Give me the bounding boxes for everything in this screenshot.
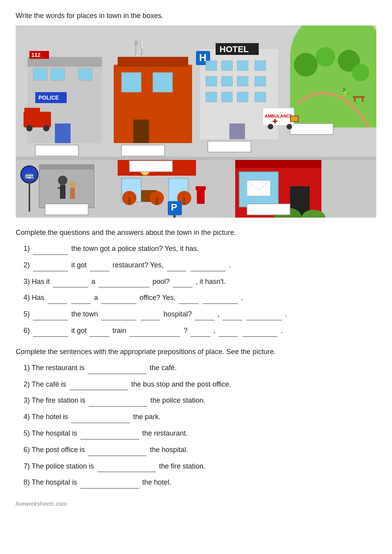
q5-text-3: , xyxy=(218,310,221,318)
svg-rect-63 xyxy=(29,180,30,212)
s8-num: 8) The hospital is xyxy=(24,478,79,486)
svg-rect-59 xyxy=(35,145,78,156)
sentence-4: 4) The hotel is the park. xyxy=(24,411,376,423)
q4-text-1: a xyxy=(94,294,100,302)
s3-blank[interactable] xyxy=(89,395,147,407)
s3-num: 3) The fire station is xyxy=(24,396,87,404)
q4-blank-3[interactable] xyxy=(101,292,136,304)
s4-num: 4) The hotel is xyxy=(24,413,70,421)
q6-blank-3[interactable] xyxy=(129,325,180,337)
q3-blank-2[interactable] xyxy=(98,276,149,288)
q6-blank-4[interactable] xyxy=(191,325,210,337)
sentence-6: 6) The post office is the hospital. xyxy=(24,444,376,456)
svg-rect-66 xyxy=(39,165,94,169)
q1-blank-1[interactable] xyxy=(33,243,68,255)
svg-rect-29 xyxy=(229,124,245,139)
svg-rect-27 xyxy=(237,92,248,102)
s1-blank[interactable] xyxy=(88,362,147,374)
question-item-1: 1) the town got a police station? Yes, i… xyxy=(24,243,376,255)
questions-list: 1) the town got a police station? Yes, i… xyxy=(16,243,376,337)
svg-rect-108 xyxy=(173,215,176,218)
s6-blank[interactable] xyxy=(88,444,147,456)
q5-text-1: the town xyxy=(71,310,100,318)
svg-rect-23 xyxy=(237,76,248,86)
sentence-3: 3) The fire station is the police statio… xyxy=(24,395,376,407)
q6-blank-1[interactable] xyxy=(33,325,68,337)
q4-text-3: . xyxy=(241,294,243,302)
s5-blank[interactable] xyxy=(80,428,139,440)
q5-blank-3[interactable] xyxy=(141,309,160,320)
q5-blank-5[interactable] xyxy=(223,309,242,320)
sentence-1: 1) The restaurant is the café. xyxy=(24,362,376,374)
s7-blank[interactable] xyxy=(97,461,156,472)
svg-rect-65 xyxy=(39,165,94,208)
sentence-7: 7) The police station is the fire statio… xyxy=(24,461,376,472)
svg-rect-91 xyxy=(235,160,321,168)
svg-rect-21 xyxy=(206,76,217,86)
q5-blank-2[interactable] xyxy=(101,309,136,320)
s1-num: 1) The restaurant is xyxy=(24,364,87,372)
svg-rect-19 xyxy=(237,61,248,71)
instruction-2: Complete the questions and the answers a… xyxy=(16,229,376,237)
q5-blank-1[interactable] xyxy=(33,309,68,320)
s1-after: the café. xyxy=(150,364,177,372)
svg-text:✚: ✚ xyxy=(272,118,278,125)
s2-num: 2) The café is xyxy=(24,380,68,388)
q6-text-2: train xyxy=(113,327,128,334)
q6-blank-5[interactable] xyxy=(218,325,238,337)
q1-num: 1) xyxy=(24,245,30,252)
q2-blank-2[interactable] xyxy=(90,260,109,271)
q3-text-3: , it hasn't. xyxy=(196,278,225,285)
q3-blank-3[interactable] xyxy=(173,276,192,288)
q6-blank-6[interactable] xyxy=(242,325,278,337)
q4-blank-4[interactable] xyxy=(179,292,198,304)
q4-blank-5[interactable] xyxy=(203,292,238,304)
q5-blank-6[interactable] xyxy=(247,309,282,320)
svg-rect-56 xyxy=(24,108,40,114)
q5-text-2: hospital? xyxy=(163,310,194,318)
s2-after: the bus stop and the post office. xyxy=(131,380,231,388)
q2-blank-1[interactable] xyxy=(33,260,68,271)
svg-rect-78 xyxy=(128,197,131,205)
q3-text-2: pool? xyxy=(152,278,172,285)
svg-text:🦜: 🦜 xyxy=(341,87,350,96)
svg-rect-93 xyxy=(247,180,270,196)
q5-blank-4[interactable] xyxy=(195,309,214,320)
q2-blank-4[interactable] xyxy=(191,260,226,271)
section-questions: Complete the questions and the answers a… xyxy=(16,229,376,337)
q4-blank-2[interactable] xyxy=(71,292,91,304)
svg-rect-68 xyxy=(60,185,65,199)
q4-text-2: office? Yes, xyxy=(140,294,178,302)
q4-blank-1[interactable] xyxy=(47,292,67,304)
svg-rect-8 xyxy=(354,98,356,102)
question-item-6: 6) it got train ? , . xyxy=(24,325,376,337)
q2-blank-3[interactable] xyxy=(167,260,186,271)
svg-rect-25 xyxy=(206,92,217,102)
question-item-5: 5) the town hospital? , . xyxy=(24,309,376,320)
q6-num: 6) xyxy=(24,327,30,334)
question-item-4: 4) Has a office? Yes, . xyxy=(24,292,376,304)
svg-rect-52 xyxy=(51,69,65,80)
svg-rect-39 xyxy=(118,57,188,67)
q6-text-3: ? xyxy=(183,327,189,334)
s8-blank[interactable] xyxy=(80,477,139,489)
svg-text:112: 112 xyxy=(31,52,41,58)
svg-rect-69 xyxy=(58,187,62,189)
s2-blank[interactable] xyxy=(69,379,128,391)
svg-rect-26 xyxy=(221,92,232,102)
svg-text:P: P xyxy=(171,202,177,213)
q3-text-1: a xyxy=(91,278,97,285)
svg-point-4 xyxy=(316,47,335,67)
question-item-2: 2) it got restaurant? Yes, . xyxy=(24,260,376,271)
q3-blank-1[interactable] xyxy=(53,276,88,288)
svg-point-6 xyxy=(352,64,369,81)
svg-rect-51 xyxy=(33,69,47,80)
q6-text-5: . xyxy=(281,327,283,334)
q2-num: 2) xyxy=(24,261,30,269)
s4-blank[interactable] xyxy=(71,411,130,423)
q6-blank-2[interactable] xyxy=(90,325,109,337)
svg-point-70 xyxy=(69,181,76,188)
q5-num: 5) xyxy=(24,310,30,318)
q5-text-4: . xyxy=(285,310,287,318)
svg-rect-22 xyxy=(221,76,232,86)
